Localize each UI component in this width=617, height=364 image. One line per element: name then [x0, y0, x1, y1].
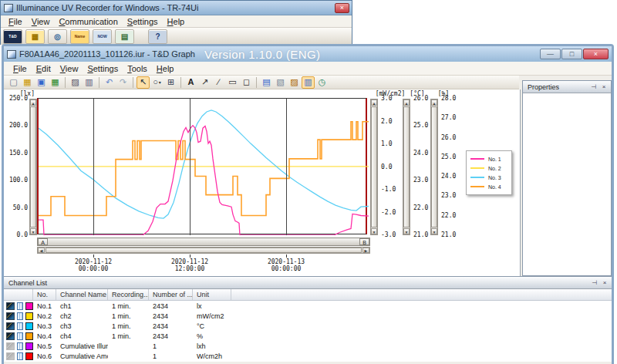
axis-scrollbar[interactable]: ▲▼ [29, 99, 37, 235]
scroll-down-icon[interactable]: ▼ [431, 228, 437, 234]
column-header-channelname[interactable]: Channel Name [56, 289, 108, 300]
time-scrollbar-thumb[interactable] [46, 248, 362, 253]
channel-row-no4[interactable]: No.4ch41 min.2434% [4, 331, 612, 341]
time-scrollbar[interactable]: ◀ ▶ [37, 247, 370, 254]
close-button[interactable]: × [583, 49, 609, 59]
channel-list-close-icon[interactable]: × [601, 279, 609, 287]
redo-icon[interactable]: ↷ [116, 76, 130, 89]
tandd-logo-icon[interactable]: T&D [3, 29, 22, 44]
open-data-icon[interactable]: ▦ [25, 29, 45, 44]
maximize-button[interactable]: □ [561, 49, 582, 59]
device-name-icon[interactable]: Name [70, 29, 89, 44]
time-settings-icon[interactable]: ◷ [315, 76, 329, 89]
context-help-icon[interactable]: ? [148, 29, 167, 44]
channel-row-no3[interactable]: No.3ch31 min.2434°C [4, 321, 612, 331]
column-header-numberof[interactable]: Number of ... [149, 289, 193, 300]
scroll-up-icon[interactable]: ▲ [371, 99, 377, 106]
scroll-down-icon[interactable]: ▼ [403, 228, 410, 234]
ab-cursor-bar[interactable]: A B [37, 238, 370, 246]
open-file-icon[interactable]: ▦ [21, 76, 34, 89]
graph-visibility-icon[interactable] [6, 302, 15, 310]
graph-visibility-icon[interactable] [6, 342, 15, 350]
graph-visibility-icon[interactable] [6, 312, 15, 320]
column-header-no[interactable]: No. [33, 289, 56, 300]
channel-list-pin-icon[interactable]: ⊤ [590, 279, 598, 287]
graph-menu-file[interactable]: File [8, 63, 32, 74]
cursor-a-handle[interactable]: A [38, 238, 48, 245]
column-header-recording[interactable]: Recording... [108, 289, 149, 300]
recorder-menu-communication[interactable]: Communication [54, 16, 122, 27]
channel-row-icons [4, 352, 33, 360]
graph-menu-help[interactable]: Help [152, 63, 179, 74]
axis-scrollbar-thumb[interactable] [431, 106, 437, 228]
text-annotation-icon[interactable]: A [184, 76, 197, 89]
plot-area[interactable] [37, 98, 367, 234]
zoom-tool-icon[interactable]: ○▾ [150, 76, 164, 89]
graph-visibility-icon[interactable] [6, 332, 15, 340]
recorder-menu-file[interactable]: File [4, 16, 27, 27]
image-view-icon[interactable]: ▨ [288, 76, 301, 89]
cursor-b-handle[interactable]: B [359, 238, 369, 245]
report-settings-icon[interactable]: ▤ [115, 29, 134, 44]
scroll-left-icon[interactable]: ◀ [38, 248, 45, 253]
channel-row-no1[interactable]: No.1ch11 min.2434lx [4, 301, 612, 311]
rectangle-annotation-icon[interactable]: ▭ [226, 76, 239, 89]
recorder-menu-help[interactable]: Help [163, 16, 190, 27]
table-visibility-icon[interactable] [17, 312, 23, 320]
new-file-icon[interactable]: ▢ [7, 76, 20, 89]
table-visibility-icon[interactable] [17, 332, 23, 340]
channel-row-no6[interactable]: No.6Cumulative Amou1W/cm2h [4, 351, 612, 361]
line-annotation-icon[interactable]: ∕ [212, 76, 225, 89]
properties-pin-icon[interactable]: ⊤ [589, 83, 597, 91]
axis-scrollbar[interactable]: ▲▼ [370, 99, 378, 235]
column-header-icons[interactable] [4, 289, 33, 300]
column-header-unit[interactable]: Unit [193, 289, 231, 300]
axis-scrollbar-thumb[interactable] [371, 106, 377, 228]
scroll-up-icon[interactable]: ▲ [30, 99, 36, 106]
arrow-annotation-icon[interactable]: ↗ [198, 76, 211, 89]
undo-icon[interactable]: ↶ [103, 76, 116, 89]
recorder-close-button[interactable]: × [335, 3, 349, 13]
scroll-down-icon[interactable]: ▼ [371, 228, 377, 234]
graph-view-icon[interactable]: ▧ [274, 76, 287, 89]
axis-scrollbar-thumb[interactable] [403, 106, 410, 228]
graph-menu-edit[interactable]: Edit [32, 63, 56, 74]
channel-list-toggle-icon[interactable]: ▤ [260, 76, 273, 89]
context-help-icon: ? [155, 32, 160, 41]
recorder-menu-view[interactable]: View [27, 16, 55, 27]
graph-visibility-icon[interactable] [6, 352, 15, 360]
export-data-icon[interactable]: ▦ [49, 76, 62, 89]
fit-view-icon[interactable]: ⊞ [164, 76, 177, 89]
channel-row-no2[interactable]: No.2ch21 min.2434mW/cm2 [4, 311, 612, 321]
recorder-titlebar[interactable]: Illuminance UV Recorder for Windows - TR… [1, 1, 352, 15]
balloon-annotation-icon[interactable]: ◻ [240, 76, 253, 89]
graph-menu-tools[interactable]: Tools [123, 63, 152, 74]
minimize-button[interactable]: — [540, 49, 561, 59]
properties-toggle-icon[interactable]: ▥ [302, 76, 315, 89]
scroll-right-icon[interactable]: ▶ [362, 248, 369, 253]
copy-view-icon[interactable]: ▥ [83, 76, 96, 89]
table-visibility-icon[interactable] [17, 352, 23, 360]
axis-scrollbar[interactable]: ▲▼ [430, 99, 438, 235]
table-visibility-icon[interactable] [17, 302, 23, 310]
properties-close-icon[interactable]: × [600, 83, 608, 91]
channel-row-no5[interactable]: No.5Cumulative Illumi1lxh [4, 341, 612, 351]
record-now-icon[interactable]: NOW [93, 29, 112, 44]
select-tool-icon[interactable]: ↖ [137, 76, 150, 89]
graph-menu-settings[interactable]: Settings [83, 63, 123, 74]
recorder-menu-settings[interactable]: Settings [123, 16, 163, 27]
graph-visibility-icon[interactable] [6, 322, 15, 330]
axis-scrollbar[interactable]: ▲▼ [403, 99, 410, 235]
monitor-search-icon[interactable]: ◎ [48, 29, 67, 44]
table-visibility-icon[interactable] [17, 322, 23, 330]
scroll-down-icon[interactable]: ▼ [30, 228, 36, 234]
graph-menu-view[interactable]: View [56, 63, 83, 74]
channel-recording: 1 min. [108, 332, 149, 340]
scroll-up-icon[interactable]: ▲ [403, 99, 410, 106]
save-file-icon[interactable]: ▣ [35, 76, 48, 89]
axis-scrollbar-thumb[interactable] [30, 106, 36, 228]
scroll-up-icon[interactable]: ▲ [431, 99, 437, 106]
graph-titlebar[interactable]: F80A1A46_20201113_101126.iur - T&D Graph… [4, 46, 612, 62]
table-visibility-icon[interactable] [17, 342, 23, 350]
copy-image-icon[interactable]: ▨ [69, 76, 82, 89]
